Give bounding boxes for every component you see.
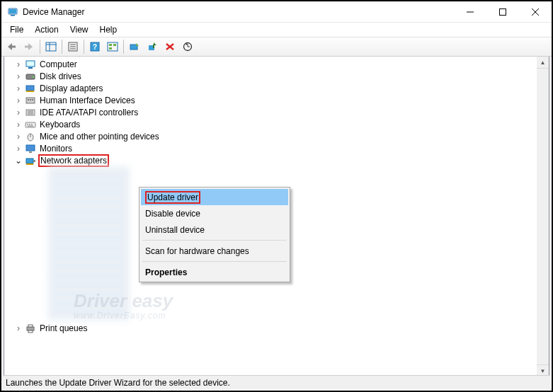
chevron-right-icon[interactable]: › [14,132,23,141]
svg-rect-4 [500,8,506,15]
svg-rect-32 [26,86,34,91]
scan-hardware-button[interactable] [179,39,196,54]
tree-item-mice[interactable]: › Mice and other pointing devices [4,130,549,142]
toolbar-separator [62,40,62,54]
tree-item-network-adapters[interactable]: ⌄ Network adapters [4,154,549,166]
toolbar-separator [123,40,124,54]
tree-item-monitors[interactable]: › Monitors [4,142,549,154]
tree-label: Network adapters [38,154,109,167]
context-menu: Update driver Disable device Uninstall d… [139,187,290,282]
svg-rect-37 [32,99,33,100]
tree-item-computer[interactable]: › Computer [4,58,549,70]
disk-drive-icon [25,71,36,82]
ide-controller-icon [25,107,36,118]
update-driver-button[interactable] [126,39,143,54]
chevron-right-icon[interactable]: › [14,60,23,69]
ctx-disable-device[interactable]: Disable device [141,205,288,221]
tree-label: Monitors [38,144,74,154]
toolbar-separator [40,40,40,54]
tree-item-ide[interactable]: › IDE ATA/ATAPI controllers [4,106,549,118]
menu-help[interactable]: Help [94,23,123,36]
svg-rect-52 [26,163,33,165]
close-button[interactable] [519,1,552,22]
nav-forward-button[interactable] [21,39,38,54]
help-button[interactable]: ? [86,39,103,54]
monitor-icon [25,143,36,154]
chevron-right-icon[interactable]: › [14,324,23,333]
menubar: File Action View Help [1,23,552,37]
hid-icon [25,95,36,106]
toolbar-separator [84,40,84,54]
chevron-down-icon[interactable]: ⌄ [14,156,23,165]
tree-label: Human Interface Devices [38,96,137,105]
ctx-separator [142,261,287,262]
computer-icon [25,59,36,70]
tree-item-display-adapters[interactable]: › Display adapters [4,82,549,94]
ctx-update-driver[interactable]: Update driver [141,189,288,205]
ctx-properties[interactable]: Properties [141,264,288,280]
svg-rect-44 [29,124,30,125]
window-controls [454,1,552,22]
disable-button[interactable] [161,39,178,54]
svg-rect-33 [26,91,34,92]
nav-back-button[interactable] [3,39,20,54]
ctx-scan-hardware[interactable]: Scan for hardware changes [141,243,288,259]
show-hide-tree-button[interactable] [42,39,59,54]
uninstall-button[interactable] [144,39,161,54]
scroll-up-button[interactable]: ▲ [537,57,549,69]
ctx-uninstall-device[interactable]: Uninstall device [141,221,288,238]
svg-rect-28 [26,61,35,67]
ctx-label: Disable device [145,209,200,219]
chevron-right-icon[interactable]: › [14,84,23,93]
svg-rect-9 [46,42,56,51]
tree-label: Print queues [38,323,89,333]
titlebar: Device Manager [1,1,552,23]
tree-label: IDE ATA/ATAPI controllers [38,108,139,117]
tree-item-keyboards[interactable]: › Keyboards [4,118,549,130]
svg-rect-19 [109,44,112,46]
menu-action[interactable]: Action [29,23,64,36]
tree-label: Computer [38,59,79,69]
svg-rect-53 [33,160,35,162]
properties-button[interactable] [64,39,81,54]
chevron-right-icon[interactable]: › [14,108,23,117]
svg-rect-2 [9,9,16,13]
svg-rect-49 [26,145,35,151]
chevron-right-icon[interactable]: › [14,144,23,153]
svg-rect-50 [29,151,32,153]
minimize-button[interactable] [454,1,486,22]
tree-label: Keyboards [38,120,81,129]
statusbar: Launches the Update Driver Wizard for th… [3,375,550,389]
chevron-right-icon[interactable]: › [14,120,23,129]
svg-rect-29 [28,67,33,69]
svg-rect-35 [28,99,29,100]
menu-view[interactable]: View [64,23,94,36]
scrollbar[interactable]: ▲ ▼ [537,57,549,376]
svg-rect-21 [109,47,112,50]
tree-item-disk-drives[interactable]: › Disk drives [4,70,549,82]
blurred-child-devices [48,166,130,321]
svg-rect-20 [113,44,116,46]
keyboard-icon [25,119,36,130]
network-adapter-icon [25,155,36,166]
svg-text:?: ? [93,43,97,51]
mouse-icon [25,131,36,142]
display-adapter-icon [25,83,36,94]
window-title: Device Manager [23,7,454,17]
ctx-label: Update driver [145,191,200,204]
chevron-right-icon[interactable]: › [14,72,23,81]
tree-item-print-queues[interactable]: › Print queues [4,322,549,334]
menu-file[interactable]: File [4,23,29,36]
ctx-separator [142,240,287,241]
chevron-right-icon[interactable]: › [14,96,23,105]
tree-label: Mice and other pointing devices [38,132,161,142]
ctx-label: Properties [145,267,187,277]
tree-item-hid[interactable]: › Human Interface Devices [4,94,549,106]
ctx-label: Uninstall device [145,225,205,235]
svg-rect-36 [30,99,31,100]
ctx-label: Scan for hardware changes [145,246,249,256]
maximize-button[interactable] [486,1,519,22]
device-list-button[interactable] [104,39,121,54]
tree-label: Disk drives [38,71,83,81]
svg-rect-55 [28,325,33,327]
